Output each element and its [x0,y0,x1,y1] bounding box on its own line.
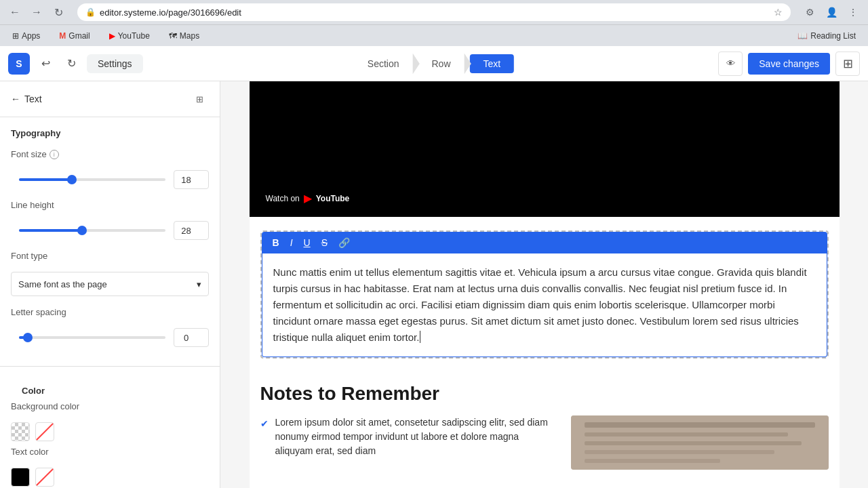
breadcrumb-section[interactable]: Section [354,54,413,73]
notes-image [571,415,829,470]
panel-icon-button[interactable]: ⊞ [190,89,209,108]
letter-spacing-label: Letter spacing [11,307,66,317]
address-bar[interactable]: 🔒 editor.systeme.io/page/3016696/edit ☆ [77,3,791,21]
breadcrumb-text[interactable]: Text [470,54,515,73]
italic-button[interactable]: I [288,236,296,249]
notes-title: Notes to Remember [260,383,829,405]
font-size-input[interactable]: 18 [174,170,209,189]
list-item: ✔ Lorem ipsum dolor sit amet, consetetur… [260,415,557,458]
browser-actions: ⚙ 👤 ⋮ [800,3,863,22]
text-editor-wrapper: B I U S 🔗 Nunc mattis enim ut tellus ele… [260,230,829,359]
systeme-logo[interactable]: S [8,53,30,75]
notes-item-text: Lorem ipsum dolor sit amet, consetetur s… [275,415,557,458]
back-button[interactable]: ← [5,3,24,22]
extensions-button[interactable]: ⚙ [800,3,819,22]
bookmark-maps[interactable]: 🗺 Maps [165,30,203,42]
more-icon: ⊞ [843,56,853,71]
font-type-row: Font type [11,251,209,261]
url-text: editor.systeme.io/page/3016696/edit [100,7,770,18]
content-area[interactable]: Watch on ▶ YouTube B I U S 🔗 Nunc mattis… [220,81,868,488]
font-size-row: Font size i [11,149,209,159]
text-editor-content[interactable]: Nunc mattis enim ut tellus elementum sag… [262,253,827,357]
line-height-slider-row: 28 [11,221,209,240]
profile-button[interactable]: 👤 [822,3,841,22]
text-color-no-color-swatch[interactable] [35,468,54,487]
bookmark-apps[interactable]: ⊞ Apps [8,30,44,42]
letter-spacing-row: Letter spacing [11,307,209,317]
letter-spacing-thumb[interactable] [23,333,33,342]
watch-on-youtube[interactable]: Watch on ▶ YouTube [258,188,358,209]
maps-icon: 🗺 [169,31,177,41]
back-arrow-icon: ← [11,94,20,104]
reload-button[interactable]: ↻ [49,3,68,22]
letter-spacing-input[interactable]: 0 [174,328,209,347]
line-height-fill [19,229,81,232]
breadcrumb: Section Row Text [354,54,514,74]
bold-button[interactable]: B [270,236,282,249]
link-button[interactable]: 🔗 [336,236,353,249]
svg-rect-5 [585,459,720,463]
preview-button[interactable]: 👁 [718,52,743,76]
bg-color-no-color-swatch[interactable] [35,422,54,441]
bg-color-checkered-swatch[interactable] [11,422,30,441]
bookmark-gmail[interactable]: M Gmail [55,30,94,42]
text-color-row: Text color [11,447,209,457]
line-height-thumb[interactable] [77,226,87,235]
app-toolbar: S ↩ ↻ Settings Section Row Text 👁 Save c… [0,46,868,81]
svg-rect-4 [585,450,774,454]
letter-spacing-slider[interactable] [19,336,165,339]
star-icon[interactable]: ☆ [774,7,783,18]
slider-fill [19,178,71,181]
color-section-label: Color [11,375,209,401]
font-type-select[interactable]: Same font as the page ▾ [11,272,209,296]
forward-button[interactable]: → [27,3,46,22]
breadcrumb-row[interactable]: Row [418,54,465,73]
text-color-black-swatch[interactable] [11,468,30,487]
page-content: Watch on ▶ YouTube B I U S 🔗 Nunc mattis… [250,81,840,488]
redo-button[interactable]: ↻ [61,54,81,74]
undo-button[interactable]: ↩ [35,54,56,74]
panel-back-button[interactable]: ← Text [11,94,42,104]
eye-icon: 👁 [726,58,735,68]
svg-rect-1 [585,422,815,428]
youtube-label: YouTube [118,31,150,41]
notes-section: Notes to Remember ✔ Lorem ipsum dolor si… [250,372,840,481]
left-panel: ← Text ⊞ Typography Font size i [0,81,220,488]
slider-thumb[interactable] [67,175,77,184]
text-color-swatches [11,468,209,487]
svg-rect-3 [585,441,802,445]
breadcrumb-row-label: Row [432,58,451,69]
breadcrumb-section-label: Section [368,58,399,69]
bookmark-youtube[interactable]: ▶ YouTube [105,30,154,42]
settings-button[interactable]: Settings [87,54,143,73]
save-button[interactable]: Save changes [748,53,830,75]
font-size-info-icon[interactable]: i [50,150,59,159]
save-label: Save changes [759,58,819,69]
apps-icon: ⊞ [12,31,19,41]
lock-icon: 🔒 [85,7,96,17]
letter-spacing-slider-row: 0 [11,328,209,347]
youtube-brand-label: YouTube [316,194,350,203]
color-section: Color Background color Text color [0,369,220,488]
reading-list-button[interactable]: 📖 Reading List [793,30,860,42]
panel-header: ← Text ⊞ [0,81,220,117]
browser-chrome: ← → ↻ 🔒 editor.systeme.io/page/3016696/e… [0,0,868,24]
underline-button[interactable]: U [301,236,313,249]
line-height-track [19,229,165,232]
slider-track [19,178,165,181]
more-options-button[interactable]: ⊞ [835,52,860,76]
main-layout: ← Text ⊞ Typography Font size i [0,81,868,488]
toolbar-right: 👁 Save changes ⊞ [718,52,860,76]
line-height-row: Line height [11,200,209,210]
font-size-slider[interactable] [19,178,165,181]
line-height-input[interactable]: 28 [174,221,209,240]
bookmarks-bar: ⊞ Apps M Gmail ▶ YouTube 🗺 Maps 📖 Readin… [0,24,868,46]
line-height-slider[interactable] [19,229,165,232]
strikethrough-button[interactable]: S [319,236,330,249]
reading-list-icon: 📖 [797,31,808,41]
text-color-label: Text color [11,447,49,457]
gmail-label: Gmail [68,31,90,41]
check-icon: ✔ [260,417,269,458]
bg-color-swatches [11,422,209,441]
menu-button[interactable]: ⋮ [844,3,863,22]
